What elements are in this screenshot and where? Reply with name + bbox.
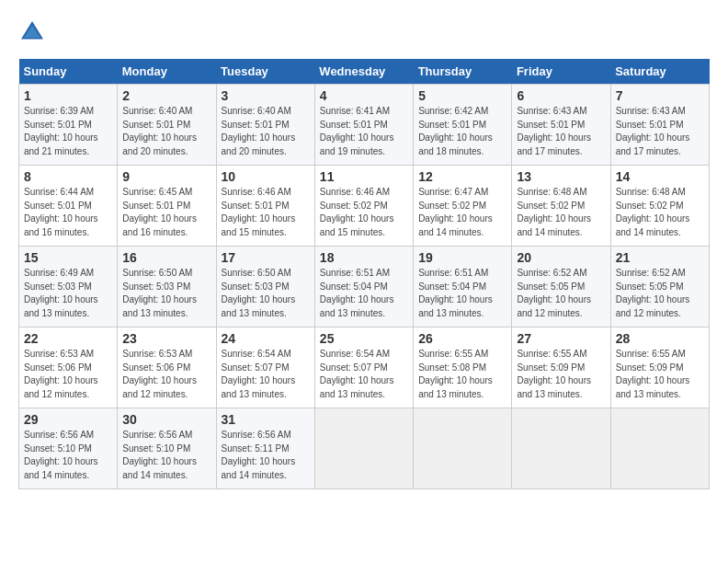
day-info: Sunrise: 6:54 AM Sunset: 5:07 PM Dayligh… <box>320 348 408 401</box>
calendar-cell: 2Sunrise: 6:40 AM Sunset: 5:01 PM Daylig… <box>118 85 216 166</box>
day-info: Sunrise: 6:40 AM Sunset: 5:01 PM Dayligh… <box>122 105 210 158</box>
calendar-cell: 20Sunrise: 6:52 AM Sunset: 5:05 PM Dayli… <box>512 247 610 327</box>
day-info: Sunrise: 6:39 AM Sunset: 5:01 PM Dayligh… <box>24 105 112 158</box>
day-info: Sunrise: 6:55 AM Sunset: 5:09 PM Dayligh… <box>517 348 605 401</box>
calendar: SundayMondayTuesdayWednesdayThursdayFrid… <box>18 59 710 489</box>
day-number: 15 <box>24 250 112 265</box>
calendar-header-sunday: Sunday <box>19 59 118 85</box>
day-number: 14 <box>616 169 704 184</box>
day-number: 19 <box>418 250 506 265</box>
calendar-cell: 18Sunrise: 6:51 AM Sunset: 5:04 PM Dayli… <box>314 247 413 327</box>
calendar-cell: 9Sunrise: 6:45 AM Sunset: 5:01 PM Daylig… <box>118 166 216 247</box>
calendar-cell: 14Sunrise: 6:48 AM Sunset: 5:02 PM Dayli… <box>610 166 709 247</box>
day-number: 2 <box>122 88 210 103</box>
day-info: Sunrise: 6:41 AM Sunset: 5:01 PM Dayligh… <box>320 105 408 158</box>
calendar-cell: 31Sunrise: 6:56 AM Sunset: 5:11 PM Dayli… <box>216 408 314 489</box>
day-info: Sunrise: 6:52 AM Sunset: 5:05 PM Dayligh… <box>517 267 605 320</box>
day-number: 16 <box>122 250 210 265</box>
day-info: Sunrise: 6:51 AM Sunset: 5:04 PM Dayligh… <box>418 267 506 320</box>
calendar-cell: 11Sunrise: 6:46 AM Sunset: 5:02 PM Dayli… <box>314 166 413 247</box>
calendar-header-friday: Friday <box>512 59 610 85</box>
day-info: Sunrise: 6:54 AM Sunset: 5:07 PM Dayligh… <box>222 348 310 401</box>
day-info: Sunrise: 6:53 AM Sunset: 5:06 PM Dayligh… <box>122 348 210 401</box>
calendar-cell: 28Sunrise: 6:55 AM Sunset: 5:09 PM Dayli… <box>610 327 709 408</box>
calendar-cell <box>512 408 610 489</box>
day-number: 31 <box>222 412 310 427</box>
day-info: Sunrise: 6:42 AM Sunset: 5:01 PM Dayligh… <box>418 105 506 158</box>
calendar-cell <box>414 408 512 489</box>
calendar-cell <box>610 408 709 489</box>
calendar-cell: 24Sunrise: 6:54 AM Sunset: 5:07 PM Dayli… <box>216 327 314 408</box>
day-info: Sunrise: 6:47 AM Sunset: 5:02 PM Dayligh… <box>418 186 506 239</box>
calendar-cell: 25Sunrise: 6:54 AM Sunset: 5:07 PM Dayli… <box>314 327 413 408</box>
calendar-cell: 21Sunrise: 6:52 AM Sunset: 5:05 PM Dayli… <box>610 247 709 327</box>
day-number: 3 <box>222 88 310 103</box>
calendar-week-4: 22Sunrise: 6:53 AM Sunset: 5:06 PM Dayli… <box>19 327 710 408</box>
day-number: 18 <box>320 250 408 265</box>
day-info: Sunrise: 6:55 AM Sunset: 5:08 PM Dayligh… <box>418 348 506 401</box>
calendar-cell: 30Sunrise: 6:56 AM Sunset: 5:10 PM Dayli… <box>118 408 216 489</box>
day-number: 27 <box>517 331 605 346</box>
calendar-week-1: 1Sunrise: 6:39 AM Sunset: 5:01 PM Daylig… <box>19 85 710 166</box>
day-info: Sunrise: 6:51 AM Sunset: 5:04 PM Dayligh… <box>320 267 408 320</box>
logo <box>18 18 50 46</box>
day-number: 4 <box>320 88 408 103</box>
day-info: Sunrise: 6:56 AM Sunset: 5:10 PM Dayligh… <box>122 429 210 482</box>
calendar-cell: 17Sunrise: 6:50 AM Sunset: 5:03 PM Dayli… <box>216 247 314 327</box>
calendar-header-row: SundayMondayTuesdayWednesdayThursdayFrid… <box>19 59 710 85</box>
calendar-header-thursday: Thursday <box>414 59 512 85</box>
day-info: Sunrise: 6:50 AM Sunset: 5:03 PM Dayligh… <box>122 267 210 320</box>
day-number: 21 <box>616 250 704 265</box>
day-info: Sunrise: 6:56 AM Sunset: 5:10 PM Dayligh… <box>24 429 112 482</box>
calendar-cell: 15Sunrise: 6:49 AM Sunset: 5:03 PM Dayli… <box>19 247 118 327</box>
calendar-week-3: 15Sunrise: 6:49 AM Sunset: 5:03 PM Dayli… <box>19 247 710 327</box>
day-info: Sunrise: 6:53 AM Sunset: 5:06 PM Dayligh… <box>24 348 112 401</box>
day-number: 30 <box>122 412 210 427</box>
day-info: Sunrise: 6:43 AM Sunset: 5:01 PM Dayligh… <box>616 105 704 158</box>
header <box>18 18 710 46</box>
calendar-cell: 26Sunrise: 6:55 AM Sunset: 5:08 PM Dayli… <box>414 327 512 408</box>
day-number: 29 <box>24 412 112 427</box>
day-info: Sunrise: 6:49 AM Sunset: 5:03 PM Dayligh… <box>24 267 112 320</box>
day-number: 26 <box>418 331 506 346</box>
calendar-cell: 23Sunrise: 6:53 AM Sunset: 5:06 PM Dayli… <box>118 327 216 408</box>
calendar-cell: 10Sunrise: 6:46 AM Sunset: 5:01 PM Dayli… <box>216 166 314 247</box>
day-number: 12 <box>418 169 506 184</box>
calendar-cell: 1Sunrise: 6:39 AM Sunset: 5:01 PM Daylig… <box>19 85 118 166</box>
page: SundayMondayTuesdayWednesdayThursdayFrid… <box>0 0 728 499</box>
day-number: 13 <box>517 169 605 184</box>
calendar-cell: 8Sunrise: 6:44 AM Sunset: 5:01 PM Daylig… <box>19 166 118 247</box>
day-info: Sunrise: 6:56 AM Sunset: 5:11 PM Dayligh… <box>222 429 310 482</box>
day-info: Sunrise: 6:46 AM Sunset: 5:02 PM Dayligh… <box>320 186 408 239</box>
calendar-cell: 22Sunrise: 6:53 AM Sunset: 5:06 PM Dayli… <box>19 327 118 408</box>
day-info: Sunrise: 6:46 AM Sunset: 5:01 PM Dayligh… <box>222 186 310 239</box>
day-number: 17 <box>222 250 310 265</box>
day-number: 20 <box>517 250 605 265</box>
calendar-header-wednesday: Wednesday <box>314 59 413 85</box>
day-info: Sunrise: 6:50 AM Sunset: 5:03 PM Dayligh… <box>222 267 310 320</box>
calendar-cell: 5Sunrise: 6:42 AM Sunset: 5:01 PM Daylig… <box>414 85 512 166</box>
day-number: 5 <box>418 88 506 103</box>
day-number: 9 <box>122 169 210 184</box>
day-number: 6 <box>517 88 605 103</box>
day-info: Sunrise: 6:55 AM Sunset: 5:09 PM Dayligh… <box>616 348 704 401</box>
logo-icon <box>18 18 46 46</box>
calendar-week-5: 29Sunrise: 6:56 AM Sunset: 5:10 PM Dayli… <box>19 408 710 489</box>
day-info: Sunrise: 6:45 AM Sunset: 5:01 PM Dayligh… <box>122 186 210 239</box>
calendar-cell: 6Sunrise: 6:43 AM Sunset: 5:01 PM Daylig… <box>512 85 610 166</box>
day-number: 7 <box>616 88 704 103</box>
calendar-cell: 12Sunrise: 6:47 AM Sunset: 5:02 PM Dayli… <box>414 166 512 247</box>
day-info: Sunrise: 6:43 AM Sunset: 5:01 PM Dayligh… <box>517 105 605 158</box>
day-number: 10 <box>222 169 310 184</box>
calendar-cell: 7Sunrise: 6:43 AM Sunset: 5:01 PM Daylig… <box>610 85 709 166</box>
day-number: 11 <box>320 169 408 184</box>
calendar-header-monday: Monday <box>118 59 216 85</box>
calendar-cell: 27Sunrise: 6:55 AM Sunset: 5:09 PM Dayli… <box>512 327 610 408</box>
day-number: 23 <box>122 331 210 346</box>
day-info: Sunrise: 6:40 AM Sunset: 5:01 PM Dayligh… <box>222 105 310 158</box>
day-number: 22 <box>24 331 112 346</box>
day-number: 1 <box>24 88 112 103</box>
day-info: Sunrise: 6:48 AM Sunset: 5:02 PM Dayligh… <box>616 186 704 239</box>
day-number: 24 <box>222 331 310 346</box>
day-number: 28 <box>616 331 704 346</box>
